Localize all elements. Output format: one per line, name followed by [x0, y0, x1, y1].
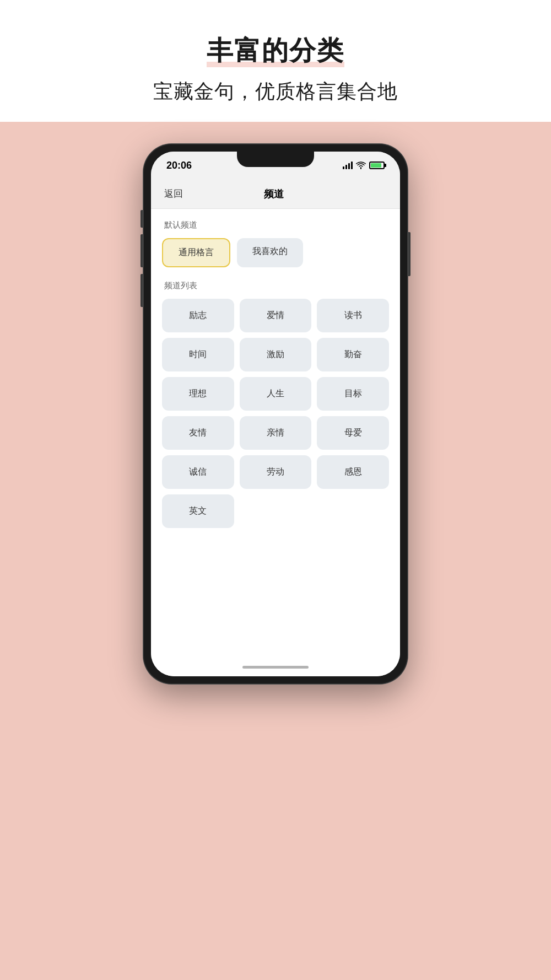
phone-screen: 20:06	[151, 152, 400, 676]
mute-button	[141, 210, 143, 228]
subtitle-text: 宝藏金句，优质格言集合地	[153, 78, 398, 105]
channel-labor[interactable]: 劳动	[240, 455, 312, 489]
channel-reading[interactable]: 读书	[317, 299, 389, 332]
home-indicator	[151, 658, 400, 676]
channel-english[interactable]: 英文	[162, 494, 234, 528]
nav-bar: 返回 频道	[151, 179, 400, 209]
channel-kinship[interactable]: 亲情	[240, 416, 312, 450]
channel-grid: 励志 爱情 读书 时间 激励 勤奋	[162, 299, 389, 528]
channel-favorites[interactable]: 我喜欢的	[237, 238, 303, 267]
status-icons	[343, 161, 385, 169]
page-top: 丰富的分类 宝藏金句，优质格言集合地	[0, 0, 551, 122]
channel-mother-love[interactable]: 母爱	[317, 416, 389, 450]
phone-frame: 20:06	[143, 144, 408, 684]
home-bar	[242, 666, 309, 669]
channel-life[interactable]: 人生	[240, 377, 312, 411]
status-time: 20:06	[166, 160, 192, 171]
nav-title: 频道	[264, 187, 284, 201]
default-section-label: 默认频道	[164, 220, 389, 230]
channel-time[interactable]: 时间	[162, 338, 234, 371]
channel-goal[interactable]: 目标	[317, 377, 389, 411]
headline-text: 丰富的分类	[207, 33, 344, 68]
battery-fill	[371, 163, 381, 168]
power-button	[408, 232, 410, 276]
channel-love[interactable]: 爱情	[240, 299, 312, 332]
channel-inspire[interactable]: 激励	[240, 338, 312, 371]
channel-motivation[interactable]: 励志	[162, 299, 234, 332]
channel-general[interactable]: 通用格言	[162, 238, 230, 267]
volume-up-button	[141, 234, 143, 267]
side-button-right	[408, 232, 410, 276]
channel-friendship[interactable]: 友情	[162, 416, 234, 450]
content-area: 默认频道 通用格言 我喜欢的 频道列表 励志 爱情	[151, 209, 400, 658]
channel-section-label: 频道列表	[164, 281, 389, 291]
battery-icon	[369, 161, 385, 169]
default-channels: 通用格言 我喜欢的	[162, 238, 389, 267]
phone-section: 20:06	[0, 122, 551, 980]
wifi-icon	[356, 161, 366, 169]
channel-diligence[interactable]: 勤奋	[317, 338, 389, 371]
side-buttons-left	[141, 210, 143, 307]
volume-down-button	[141, 274, 143, 307]
back-button[interactable]: 返回	[164, 187, 183, 200]
channel-gratitude[interactable]: 感恩	[317, 455, 389, 489]
channel-integrity[interactable]: 诚信	[162, 455, 234, 489]
headline-container: 丰富的分类	[207, 33, 344, 68]
channel-ideal[interactable]: 理想	[162, 377, 234, 411]
signal-icon	[343, 161, 353, 169]
notch	[237, 152, 314, 167]
